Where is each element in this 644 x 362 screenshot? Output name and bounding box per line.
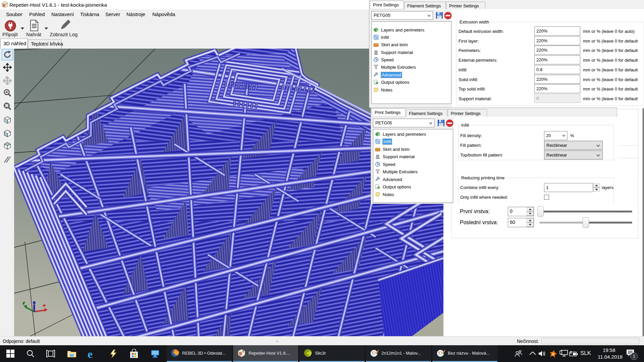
svg-text:P: P <box>243 350 244 353</box>
svg-text:P: P <box>6 3 7 5</box>
svg-text:R: R <box>2 3 6 8</box>
svg-text:R: R <box>239 351 243 356</box>
svg-text:a: a <box>552 352 554 356</box>
